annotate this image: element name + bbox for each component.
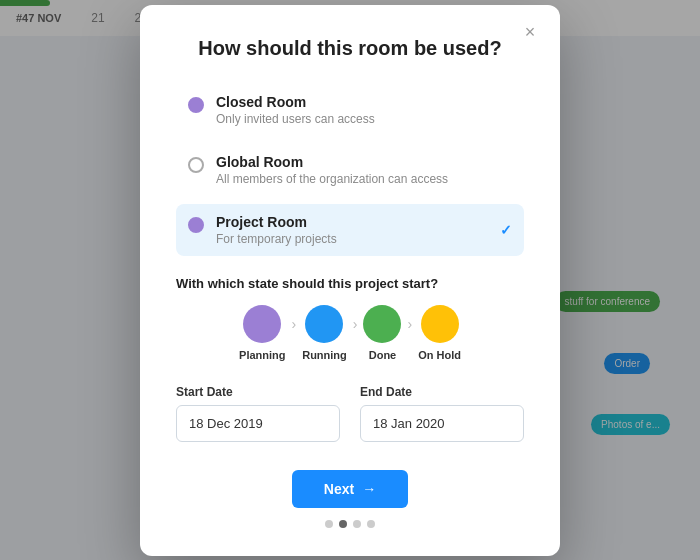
room-option-global[interactable]: Global RoomAll members of the organizati… <box>176 144 524 196</box>
state-item-done[interactable]: Done <box>363 305 401 361</box>
pagination-dot-3[interactable] <box>367 520 375 528</box>
state-item-running[interactable]: Running <box>302 305 347 361</box>
room-option-desc-closed: Only invited users can access <box>216 112 375 126</box>
room-option-closed[interactable]: Closed RoomOnly invited users can access <box>176 84 524 136</box>
modal-footer: Next → <box>176 470 524 528</box>
state-circle-done <box>363 305 401 343</box>
state-section-label: With which state should this project sta… <box>176 276 524 291</box>
room-usage-modal: × How should this room be used? Closed R… <box>140 5 560 556</box>
state-arrow-1: › <box>353 316 358 332</box>
room-option-radio-project <box>188 217 204 233</box>
end-date-label: End Date <box>360 385 524 399</box>
dates-row: Start Date End Date <box>176 385 524 442</box>
state-label-planning: Planning <box>239 349 285 361</box>
pagination-dot-2[interactable] <box>353 520 361 528</box>
state-item-planning[interactable]: Planning <box>239 305 285 361</box>
next-button[interactable]: Next → <box>292 470 408 508</box>
room-option-checkmark-project: ✓ <box>500 222 512 238</box>
next-button-arrow: → <box>362 481 376 497</box>
pagination-dot-1[interactable] <box>339 520 347 528</box>
room-options-list: Closed RoomOnly invited users can access… <box>176 84 524 256</box>
pagination-dot-0[interactable] <box>325 520 333 528</box>
start-date-label: Start Date <box>176 385 340 399</box>
room-option-desc-global: All members of the organization can acce… <box>216 172 448 186</box>
room-option-radio-closed <box>188 97 204 113</box>
state-circle-on-hold <box>421 305 459 343</box>
modal-overlay: × How should this room be used? Closed R… <box>0 0 700 560</box>
start-date-input[interactable] <box>176 405 340 442</box>
modal-title: How should this room be used? <box>176 37 524 60</box>
room-option-title-closed: Closed Room <box>216 94 375 110</box>
state-label-running: Running <box>302 349 347 361</box>
states-row: Planning›Running›Done›On Hold <box>176 305 524 361</box>
state-circle-running <box>305 305 343 343</box>
state-arrow-2: › <box>407 316 412 332</box>
close-button[interactable]: × <box>518 21 542 45</box>
next-button-label: Next <box>324 481 354 497</box>
end-date-input[interactable] <box>360 405 524 442</box>
start-date-field: Start Date <box>176 385 340 442</box>
state-circle-planning <box>243 305 281 343</box>
room-option-project[interactable]: Project RoomFor temporary projects✓ <box>176 204 524 256</box>
room-option-desc-project: For temporary projects <box>216 232 337 246</box>
state-label-done: Done <box>369 349 397 361</box>
room-option-title-project: Project Room <box>216 214 337 230</box>
state-item-on-hold[interactable]: On Hold <box>418 305 461 361</box>
state-arrow-0: › <box>292 316 297 332</box>
room-option-title-global: Global Room <box>216 154 448 170</box>
pagination-dots <box>325 520 375 528</box>
state-label-on-hold: On Hold <box>418 349 461 361</box>
room-option-radio-global <box>188 157 204 173</box>
end-date-field: End Date <box>360 385 524 442</box>
